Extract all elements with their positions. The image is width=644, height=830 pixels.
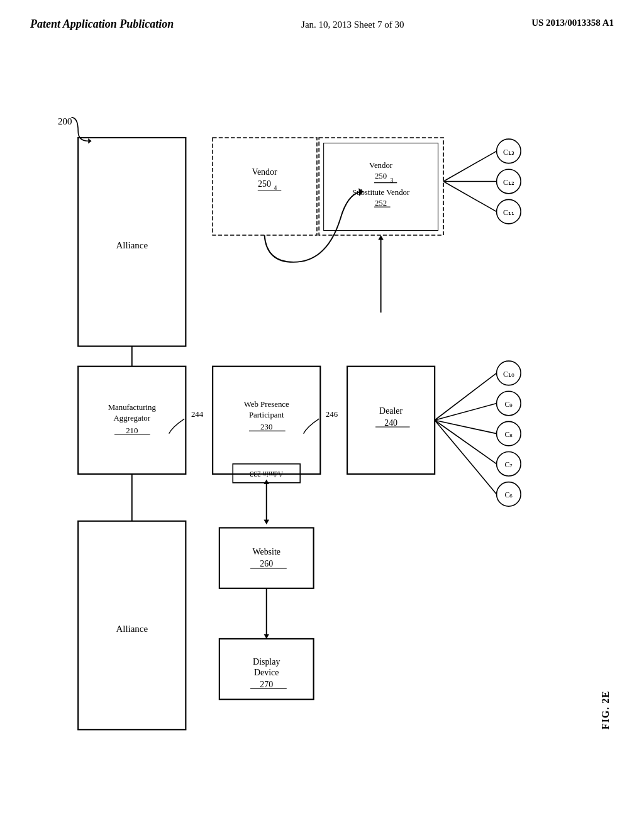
- publication-title: Patent Application Publication: [30, 18, 174, 31]
- mfg-agg-num: 210: [126, 426, 138, 435]
- ref-244: 244: [191, 410, 204, 419]
- svg-marker-36: [264, 520, 269, 524]
- mfg-agg-label1: Manufacturing: [108, 403, 157, 412]
- dealer-num: 240: [384, 418, 397, 428]
- alliance-top-label: Alliance: [116, 240, 148, 250]
- c6-label: C₆: [504, 491, 513, 499]
- svg-rect-18: [213, 367, 320, 474]
- vendor-2504-label: Vendor: [252, 167, 277, 177]
- svg-marker-42: [264, 634, 269, 638]
- wpp-label1: Web Presence: [244, 400, 289, 409]
- c10-label: C₁₀: [503, 370, 514, 379]
- svg-line-28: [435, 404, 496, 421]
- ref-200: 200: [58, 116, 72, 126]
- sheet-info: Jan. 10, 2013 Sheet 7 of 30: [301, 18, 404, 32]
- svg-marker-0: [88, 138, 91, 144]
- svg-line-15: [443, 181, 497, 211]
- svg-line-13: [443, 151, 497, 181]
- c7-label: C₇: [504, 461, 513, 469]
- vendor-2503-label: Vendor: [369, 161, 393, 170]
- ref-246: 246: [326, 410, 338, 419]
- fig-label: FIG. 2E: [600, 690, 611, 729]
- display-device-label1: Display: [253, 657, 280, 667]
- substitute-vendor-num: 252: [375, 199, 387, 208]
- patent-number: US 2013/0013358 A1: [531, 18, 614, 28]
- svg-marker-9: [378, 235, 384, 240]
- svg-rect-4: [319, 138, 443, 235]
- display-device-label2: Device: [254, 668, 279, 677]
- svg-rect-39: [219, 528, 314, 588]
- website-label: Website: [253, 547, 280, 556]
- wpp-label2: Participant: [249, 411, 284, 419]
- mfg-agg-label2: Aggregator: [114, 414, 151, 423]
- c13-label: C₁₃: [503, 148, 514, 157]
- c9-label: C₉: [504, 401, 513, 409]
- c8-label: C₈: [504, 431, 513, 439]
- vendor-2504-num: 250: [258, 179, 271, 189]
- wpp-num: 230: [260, 423, 272, 431]
- vendor-2503-num: 250: [375, 172, 387, 180]
- display-device-num: 270: [260, 680, 273, 689]
- c11-label: C₁₁: [503, 209, 514, 217]
- vendor-2503-subscript: 3: [391, 177, 394, 184]
- c12-label: C₁₂: [503, 179, 514, 187]
- svg-line-27: [435, 373, 496, 420]
- dealer-label: Dealer: [379, 406, 402, 416]
- website-num: 260: [260, 559, 273, 568]
- admin-label: Admin 233: [250, 470, 283, 478]
- alliance-bottom-label: Alliance: [116, 624, 148, 634]
- vendor-2504-subscript: 4: [274, 184, 277, 191]
- svg-marker-35: [264, 479, 269, 484]
- diagram-area: 200 Alliance Vendor 250 4 Vendor 250 3 S…: [38, 82, 616, 792]
